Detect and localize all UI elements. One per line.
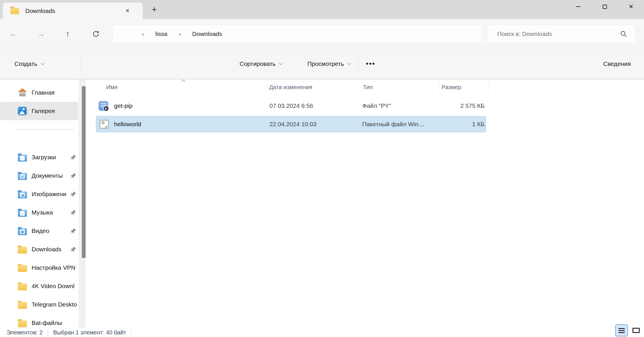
file-type-icon [99,101,108,111]
folder-icon [10,8,19,14]
sidebar-scrollbar-thumb[interactable] [82,86,86,258]
sort-label: Сортировать [240,60,275,67]
ellipsis-icon: ••• [366,60,375,68]
status-bar: Элементов: 2 Выбран 1 элемент: 40 байт [0,328,644,337]
sidebar-item[interactable]: Изображени [0,185,78,203]
sidebar-item-label: Настройка VPN [32,264,75,271]
explorer-tab[interactable]: Downloads × [3,3,143,19]
column-header-size[interactable]: Размер [441,84,461,91]
sidebar-item[interactable]: Музыка [0,203,78,222]
file-type: Файл "PY" [362,102,391,109]
details-pane-label: Сведения [603,60,631,67]
search-box [487,25,635,43]
sidebar-item-label: Загрузки [32,154,56,161]
file-size: 1 КБ [472,121,485,128]
search-input[interactable] [487,30,620,37]
toolbar-separator [81,57,81,71]
close-button[interactable]: × [622,0,640,13]
navigation-pane: Главная Галерея Загрузки Документы [0,79,78,328]
large-icons-view-button[interactable] [630,324,642,336]
sidebar-item-label: Видео [32,227,49,234]
details-pane-button[interactable]: Сведения [600,57,634,71]
close-icon: × [629,2,633,11]
forward-button[interactable]: → [33,26,48,41]
window-controls: × [569,0,640,13]
sidebar-scrollbar[interactable] [79,79,86,328]
more-options-button[interactable]: ••• [363,57,379,71]
sidebar-item-icon [18,320,27,327]
sidebar-item[interactable]: Загрузки [0,148,78,166]
up-button[interactable]: ↑ [60,26,75,41]
sidebar-item-icon [18,210,27,217]
pin-icon [70,173,76,179]
sidebar-separator [0,129,78,148]
sidebar-item[interactable]: Telegram Deskto [0,295,78,314]
maximize-icon [603,5,607,9]
minimize-icon [576,6,581,7]
refresh-icon [92,30,100,38]
sidebar-item-icon [18,247,27,254]
maximize-button[interactable] [596,0,614,13]
column-header-date[interactable]: Дата изменения [269,84,312,91]
view-mode-buttons [615,324,642,336]
sidebar-item[interactable]: Bat-файлы [0,314,78,328]
file-date-modified: 07.03.2024 6:56 [269,102,313,109]
sidebar-item[interactable]: Настройка VPN [0,259,78,277]
column-separator[interactable] [488,82,489,93]
navigation-bar: ← → ↑ › lissa › Downloads [0,19,644,48]
sidebar-item-label: Галерея [32,108,55,114]
search-icon [620,30,627,37]
file-date-modified: 22.04.2024 10:03 [269,121,317,128]
file-name: get-pip [114,102,132,109]
sidebar-item-icon [18,228,27,235]
sidebar-item[interactable]: Downloads [0,240,78,259]
back-button[interactable]: ← [6,26,21,41]
refresh-button[interactable] [88,26,103,41]
command-toolbar: Создать Сортировать Просмотреть ••• Свед… [0,48,644,79]
sidebar-item-icon [18,173,27,180]
file-list: get-pip 07.03.2024 6:56 Файл "PY" 2 575 … [96,98,486,135]
details-view-button[interactable] [615,324,628,336]
column-separator[interactable] [363,82,363,93]
sidebar-item-icon [18,284,27,290]
sidebar-item[interactable]: Видео [0,222,78,240]
sidebar-item-icon [18,265,27,272]
sidebar-item[interactable]: 4K Video Downl [0,277,78,295]
sidebar-item-label: Изображени [32,191,66,198]
file-row[interactable]: get-pip 07.03.2024 6:56 Файл "PY" 2 575 … [96,98,486,114]
file-name: helloworld [114,121,141,128]
breadcrumb-chevron-icon[interactable]: › [179,31,181,37]
pin-icon [70,209,76,216]
create-button[interactable]: Создать [11,57,47,71]
sidebar-item[interactable]: Документы [0,166,78,185]
create-label: Создать [14,60,37,67]
chevron-down-icon [279,61,283,65]
column-header-name[interactable]: Имя [106,84,117,91]
sidebar-item-icon [18,302,27,309]
chevron-down-icon [41,61,45,65]
sidebar-item-icon [18,107,27,115]
sidebar-item-icon [18,155,27,162]
breadcrumb-chevron-icon[interactable]: › [142,31,144,37]
sidebar-item[interactable]: Галерея [0,102,78,120]
sidebar-item-label: Bat-файлы [32,319,62,326]
breadcrumb-item[interactable]: lissa [155,30,167,37]
sidebar-item-label: 4K Video Downl [32,283,74,290]
minimize-button[interactable] [569,0,587,13]
address-bar[interactable]: › lissa › Downloads [113,25,482,43]
column-separator[interactable] [439,82,440,93]
new-tab-button[interactable]: + [149,4,160,15]
sidebar-item-icon [18,192,27,198]
breadcrumb-item[interactable]: Downloads [192,30,222,37]
pin-icon [70,154,76,160]
file-row[interactable]: helloworld 22.04.2024 10:03 Пакетный фай… [96,116,486,132]
sidebar-item[interactable]: Главная [0,83,78,102]
view-button[interactable]: Просмотреть [304,57,354,71]
sidebar-item-label: Главная [32,89,55,96]
sidebar-item-label: Downloads [32,246,61,253]
column-separator[interactable] [267,82,267,93]
tab-close-icon[interactable]: × [123,6,132,16]
breadcrumb-segment: › Downloads [179,30,222,37]
sort-button[interactable]: Сортировать [236,57,286,71]
column-header-type[interactable]: Тип [363,84,373,91]
